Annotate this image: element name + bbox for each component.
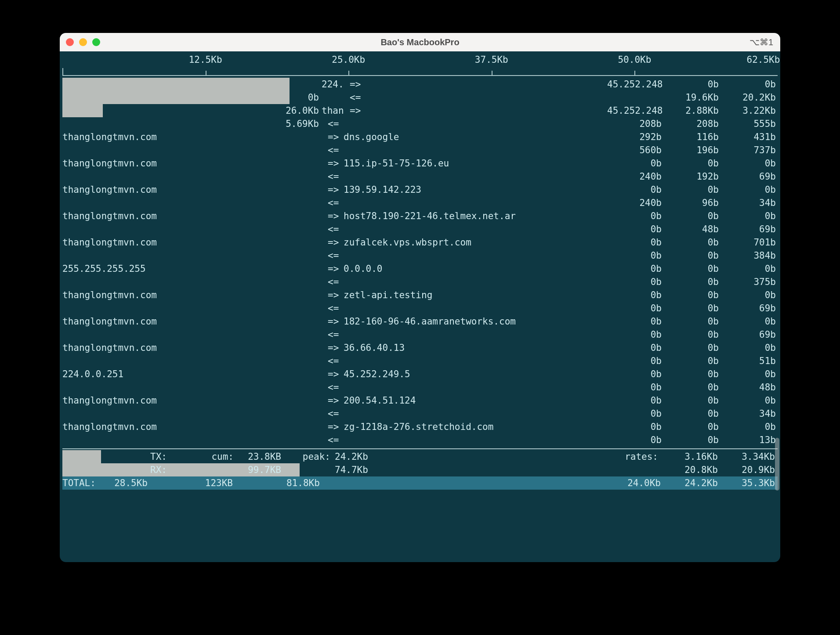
dst-host: 0.0.0.0	[344, 262, 607, 275]
rx-rate-2s: 0b	[607, 223, 664, 236]
tx-rate-10s: 0b	[664, 262, 721, 275]
src-host: thanglongtmvn.com	[62, 157, 322, 170]
summary-rx-row: RX: 99.7KB 74.7Kb 20.8Kb 20.9Kb 28.5Kb	[62, 463, 778, 476]
arrow-tx-icon: =>	[322, 236, 344, 249]
src-host: thanglongtmvn.com	[62, 315, 322, 328]
arrow-tx-icon: =>	[322, 262, 344, 275]
rx-rate-2s: 0b	[607, 433, 664, 447]
arrow-tx-icon: =>	[322, 315, 344, 328]
dst-host: 139.59.142.223	[344, 183, 607, 196]
rx-rate-2s: 0b	[607, 328, 664, 341]
rx-rate-10s: 0b	[664, 328, 721, 341]
arrow-tx-icon: =>	[322, 130, 344, 144]
arrow-tx-icon: =>	[322, 289, 344, 302]
tx-rate-2s: 0b	[607, 315, 664, 328]
dst-host: zetl-api.testing	[344, 289, 607, 302]
rx-rate-40s: 69b	[721, 302, 778, 315]
tx-rate-40s: 0b	[721, 262, 778, 275]
terminal-viewport[interactable]: 12.5Kb 25.0Kb 37.5Kb 50.0Kb 62.5Kb 224.0…	[60, 51, 780, 562]
tx-rate-40s: 0b	[721, 368, 778, 381]
summary-total-row: TOTAL: 123KB 81.8Kb 24.0Kb 24.2Kb 35.3Kb	[62, 476, 778, 490]
rx-rate-2s: 0b	[607, 381, 664, 394]
rx-rate-10s: 0b	[664, 275, 721, 289]
rx-rate-10s: 48b	[664, 223, 721, 236]
tx-rate-40s: 0b	[721, 209, 778, 223]
arrow-rx-icon: <=	[322, 170, 344, 183]
tx-rate-40s: 701b	[721, 236, 778, 249]
connection-tx-row: thanglongtmvn.com=>36.66.40.130b0b0b	[62, 341, 778, 354]
tx-rate-40s: 0b	[721, 394, 778, 407]
rx-rate-10s: 192b	[664, 170, 721, 183]
window-title: Bao's MacbookPro	[60, 37, 780, 47]
rx-rate-10s: 0b	[664, 407, 721, 420]
total-rate-40s: 35.3Kb	[721, 476, 778, 490]
arrow-rx-icon: <=	[322, 433, 344, 447]
connection-tx-row: 255.255.255.255=>0.0.0.00b0b0b	[62, 262, 778, 275]
tx-rate-40s: 0b	[721, 289, 778, 302]
connection-tx-row: thanglongtmvn.com=>zufalcek.vps.wbsprt.c…	[62, 236, 778, 249]
tx-rate-10s: 0b	[664, 157, 721, 170]
tx-rate-2s: 3.16Kb	[663, 450, 721, 463]
total-cum: 123KB	[190, 476, 238, 490]
rx-rate-40s: 737b	[721, 144, 778, 157]
tx-rate-bar	[62, 104, 103, 117]
rx-rate-10s: 0b	[664, 354, 721, 368]
titlebar[interactable]: Bao's MacbookPro ⌥⌘1	[60, 33, 780, 51]
arrow-tx-icon: =>	[344, 78, 607, 91]
rx-rate-2s: 20.8Kb	[663, 463, 721, 476]
connection-tx-row: 224.0.0.240=>45.252.248.1080b0b0b	[62, 78, 778, 91]
tx-rate-10s: 0b	[721, 78, 778, 91]
rx-cum: 99.7KB	[238, 463, 286, 476]
tx-rate-2s: 292b	[607, 130, 664, 144]
rx-rate-40s: 48b	[721, 381, 778, 394]
tab-shortcut: ⌥⌘1	[749, 37, 773, 47]
tx-rate-2s: 0b	[607, 394, 664, 407]
arrow-tx-icon: =>	[322, 183, 344, 196]
arrow-rx-icon: <=	[322, 275, 344, 289]
tx-label: TX:	[150, 450, 190, 463]
arrow-rx-icon: <=	[322, 144, 344, 157]
connection-tx-row: thanglongtmvn.com=>200.54.51.1240b0b0b	[62, 394, 778, 407]
src-host: thanglongtmvn.com	[62, 209, 322, 223]
tx-rate-2s: 0b	[607, 157, 664, 170]
src-host: 255.255.255.255	[62, 262, 322, 275]
rx-peak: 74.7Kb	[335, 463, 558, 476]
tx-rate-10s: 0b	[664, 289, 721, 302]
src-host: thanglongtmvn.com	[62, 289, 322, 302]
tx-rate-2s: 0b	[607, 262, 664, 275]
scale-tick-label: 37.5Kb	[475, 53, 508, 66]
tx-rate-40s: 0b	[721, 157, 778, 170]
arrow-tx-icon: =>	[322, 209, 344, 223]
rx-rate-2s: 0b	[607, 407, 664, 420]
tx-rate-10s: 0b	[664, 209, 721, 223]
tx-rate-bar	[62, 450, 101, 463]
connection-tx-row: 224.0.0.251=>45.252.249.50b0b0b	[62, 368, 778, 381]
arrow-rx-icon: <=	[322, 117, 344, 130]
rx-rate-40s: 555b	[721, 117, 778, 130]
connection-rx-row: <=240b96b34b	[62, 196, 778, 209]
scale-tick-label: 25.0Kb	[332, 53, 365, 66]
connection-tx-row: thanglongtmvn.com=>zg-1218a-276.stretcho…	[62, 420, 778, 433]
rx-rate-2s: 0b	[607, 249, 664, 262]
rx-rate-40s: 69b	[721, 328, 778, 341]
tx-rate-10s: 0b	[664, 394, 721, 407]
connection-rx-row: <=0b0b69b	[62, 302, 778, 315]
tx-rate-10s: 3.34Kb	[721, 450, 778, 463]
rx-rate-10s: 0b	[664, 302, 721, 315]
arrow-rx-icon: <=	[322, 328, 344, 341]
arrow-rx-icon: <=	[322, 381, 344, 394]
scale-tick-label: 12.5Kb	[189, 53, 222, 66]
connection-list: 224.0.0.240=>45.252.248.1080b0b0b<=19.6K…	[62, 78, 778, 447]
arrow-tx-icon: =>	[322, 157, 344, 170]
connection-rx-row: <=0b0b13b	[62, 433, 778, 447]
total-peak: 81.8Kb	[286, 476, 335, 490]
tx-rate-2s: 0b	[607, 183, 664, 196]
tx-rate-10s: 0b	[664, 420, 721, 433]
arrow-tx-icon: =>	[344, 104, 607, 117]
rx-label: RX:	[150, 463, 190, 476]
rx-rate-2s: 0b	[607, 302, 664, 315]
tx-rate-10s: 0b	[664, 236, 721, 249]
rx-rate-10s: 96b	[664, 196, 721, 209]
rx-rate-2s: 560b	[607, 144, 664, 157]
connection-rx-row: <=0b0b48b	[62, 381, 778, 394]
